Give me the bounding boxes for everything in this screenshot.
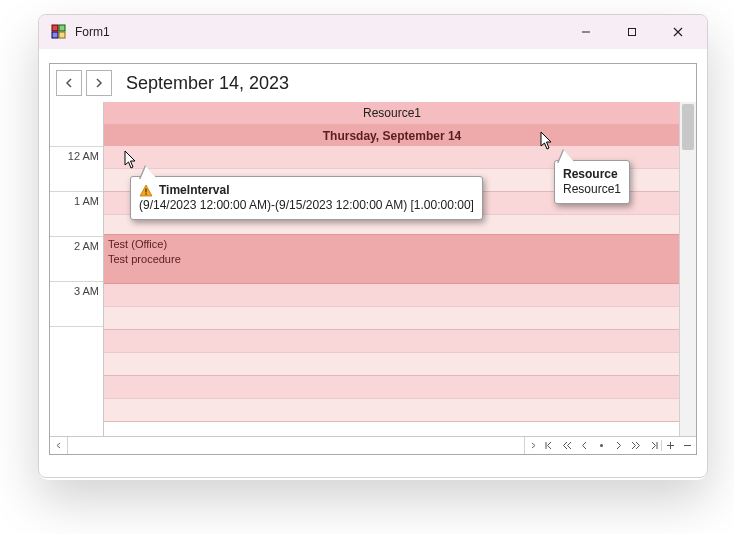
- hscroll-right-button[interactable]: [524, 437, 542, 454]
- tooltip-tail: [140, 166, 158, 180]
- resource-header[interactable]: Resource1: [104, 102, 680, 125]
- zoom-out-button[interactable]: [679, 437, 696, 454]
- time-ruler: 12 AM 1 AM 2 AM 3 AM: [50, 102, 104, 437]
- day-column[interactable]: Resource1 Thursday, September 14 Test (O…: [104, 102, 680, 437]
- nav-first-button[interactable]: [542, 437, 559, 454]
- nav-prev-page-button[interactable]: [559, 437, 576, 454]
- appointment-subject: Test (Office): [108, 237, 676, 252]
- nav-prev-item-button[interactable]: [576, 437, 593, 454]
- date-navigator-bar: [50, 436, 696, 454]
- timeinterval-tooltip: TimeInterval (9/14/2023 12:00:00 AM)-(9/…: [130, 176, 483, 220]
- vertical-scrollbar[interactable]: [679, 102, 696, 437]
- app-window: Form1 September 14, 2023 12 AM: [38, 14, 708, 478]
- zoom-in-button[interactable]: [662, 437, 679, 454]
- appointment-desc: Test procedure: [108, 252, 676, 267]
- svg-rect-0: [52, 25, 58, 31]
- warning-icon: [139, 184, 153, 198]
- scheduler-header: September 14, 2023: [50, 64, 696, 102]
- time-label: 1 AM: [50, 195, 99, 207]
- window-title: Form1: [75, 25, 110, 39]
- tooltip-tail: [558, 150, 576, 164]
- nav-next-page-button[interactable]: [627, 437, 644, 454]
- time-label: 2 AM: [50, 240, 99, 252]
- svg-rect-4: [629, 29, 636, 36]
- tooltip-detail: (9/14/2023 12:00:00 AM)-(9/15/2023 12:00…: [139, 198, 474, 213]
- time-label: 12 AM: [50, 150, 99, 162]
- svg-rect-1: [59, 25, 65, 31]
- nav-next-button[interactable]: [86, 70, 112, 96]
- nav-last-button[interactable]: [644, 437, 661, 454]
- hscroll-left-button[interactable]: [50, 437, 68, 454]
- scrollbar-thumb[interactable]: [682, 104, 694, 150]
- nav-prev-button[interactable]: [56, 70, 82, 96]
- tooltip-detail: Resource1: [563, 182, 621, 197]
- date-title: September 14, 2023: [126, 73, 289, 94]
- time-label: 3 AM: [50, 285, 99, 297]
- titlebar[interactable]: Form1: [39, 15, 707, 49]
- resource-tooltip: Resource Resource1: [554, 160, 630, 204]
- svg-rect-6: [145, 188, 146, 192]
- close-button[interactable]: [655, 17, 701, 47]
- scheduler-grid: 12 AM 1 AM 2 AM 3 AM Resource1 Thursday,…: [50, 102, 696, 454]
- nav-center-dot[interactable]: [593, 437, 610, 454]
- tooltip-title: TimeInterval: [159, 183, 229, 198]
- minimize-button[interactable]: [563, 17, 609, 47]
- scheduler-control: September 14, 2023 12 AM 1 AM 2 AM 3 AM …: [49, 63, 697, 455]
- maximize-button[interactable]: [609, 17, 655, 47]
- svg-point-5: [600, 444, 603, 447]
- appointment[interactable]: Test (Office) Test procedure: [104, 234, 680, 284]
- nav-next-item-button[interactable]: [610, 437, 627, 454]
- tooltip-title: Resource: [563, 167, 621, 182]
- svg-rect-2: [52, 32, 58, 38]
- app-icon: [49, 22, 69, 42]
- day-header[interactable]: Thursday, September 14: [104, 125, 680, 148]
- svg-rect-3: [59, 32, 65, 38]
- svg-rect-7: [145, 193, 146, 194]
